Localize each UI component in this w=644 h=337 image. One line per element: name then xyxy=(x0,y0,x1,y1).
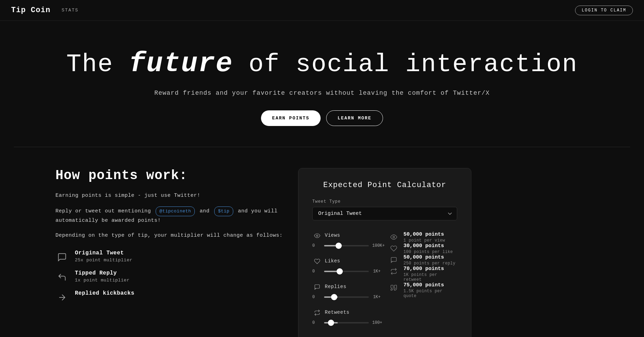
retweets-max: 100+ xyxy=(372,320,381,325)
arrow-right-icon xyxy=(55,291,69,304)
stat-row: 50,000 points 250 points per reply xyxy=(389,254,457,266)
calculator-title: Expected Point Calculator xyxy=(312,181,457,189)
views-max: 100K+ xyxy=(372,243,381,248)
sliders-panel: Views 0 100K+ xyxy=(312,230,381,333)
stat-points: 50,000 points xyxy=(403,231,445,237)
login-button[interactable]: LOGIN TO CLAIM xyxy=(575,6,633,15)
calc-results: 50,000 points 1 point per view 30,000 po… xyxy=(389,230,457,333)
likes-slider[interactable] xyxy=(324,271,369,272)
mention-tip: $tip xyxy=(214,207,233,216)
replies-slider-row: Replies 0 1K+ xyxy=(312,281,381,300)
stat-points: 70,000 points xyxy=(403,266,457,272)
navbar: Tip Coin STATS LOGIN TO CLAIM xyxy=(0,0,644,21)
item-sub: 1x point multiplier xyxy=(75,278,130,283)
stat-points: 75,000 points xyxy=(403,282,457,288)
stats-nav-link[interactable]: STATS xyxy=(62,8,79,13)
tweet-type-field: Tweet Type Original Tweet Tipped Reply R… xyxy=(312,199,457,230)
tweet-type-select[interactable]: Original Tweet Tipped Reply Replied kick… xyxy=(312,207,457,220)
eye-icon xyxy=(389,232,399,242)
stat-desc: 1.5K points per quote xyxy=(403,289,457,298)
mention-tipcoineth: @tipcoineth xyxy=(156,207,195,216)
eye-icon xyxy=(312,231,322,241)
retweet-icon xyxy=(312,308,322,318)
item-title: Original Tweet xyxy=(75,250,132,256)
retweet-icon xyxy=(389,267,399,276)
retweets-slider[interactable] xyxy=(324,322,369,323)
svg-rect-4 xyxy=(391,258,397,262)
stat-desc: 100 points per like xyxy=(403,250,453,254)
svg-rect-2 xyxy=(315,285,320,288)
how-title: How points work: xyxy=(55,168,284,183)
replies-max: 1K+ xyxy=(372,295,381,300)
likes-label: Likes xyxy=(325,258,340,264)
list-item: Original Tweet 25x point multiplier xyxy=(55,250,284,264)
reply-square-icon xyxy=(312,282,322,292)
views-min: 0 xyxy=(312,243,321,248)
replies-label: Replies xyxy=(325,284,346,289)
hero-subtitle: Reward friends and your favorite creator… xyxy=(7,90,637,96)
stat-desc: 1K points per retweet xyxy=(403,272,457,282)
retweets-label: Retweets xyxy=(325,310,349,315)
quote-icon xyxy=(389,283,399,293)
likes-max: 1K+ xyxy=(372,269,381,274)
earn-points-button[interactable]: EARN POINTS xyxy=(261,110,321,126)
views-slider[interactable] xyxy=(324,245,369,246)
hero-buttons: EARN POINTS LEARN MORE xyxy=(7,110,637,126)
learn-more-button[interactable]: LEARN MORE xyxy=(326,110,383,126)
likes-slider-row: Likes 0 1K+ xyxy=(312,256,381,274)
views-label: Views xyxy=(325,233,340,238)
hero-title: The future of social interaction xyxy=(7,49,637,79)
stat-row: 50,000 points 1 point per view xyxy=(389,231,457,243)
heart-icon xyxy=(389,244,399,253)
how-text3: Depending on the type of tip, your multi… xyxy=(55,231,284,240)
logo: Tip Coin xyxy=(11,6,51,15)
stat-desc: 250 points per reply xyxy=(403,261,455,266)
calculator-panel: Expected Point Calculator Tweet Type Ori… xyxy=(298,168,471,337)
main-section: How points work: Earning points is simpl… xyxy=(0,147,644,337)
how-text2: Reply or tweet out mentioning @tipcoinet… xyxy=(55,207,284,225)
replies-min: 0 xyxy=(312,295,321,300)
stat-points: 50,000 points xyxy=(403,254,455,260)
views-slider-row: Views 0 100K+ xyxy=(312,230,381,248)
retweets-min: 0 xyxy=(312,320,321,325)
svg-point-3 xyxy=(393,236,395,238)
reply-icon xyxy=(55,271,69,284)
stat-row: 75,000 points 1.5K points per quote xyxy=(389,282,457,298)
how-text1: Earning points is simple - just use Twit… xyxy=(55,191,284,200)
list-item: Replied kickbacks xyxy=(55,290,284,304)
stat-row: 30,000 points 100 points per like xyxy=(389,243,457,254)
how-points-section: How points work: Earning points is simpl… xyxy=(55,168,284,304)
item-sub: 25x point multiplier xyxy=(75,258,132,263)
item-title: Tipped Reply xyxy=(75,270,130,276)
chat-icon xyxy=(55,251,69,264)
stat-row: 70,000 points 1K points per retweet xyxy=(389,266,457,282)
hero-section: The future of social interaction Reward … xyxy=(0,21,644,147)
svg-point-1 xyxy=(316,235,318,237)
likes-min: 0 xyxy=(312,269,321,274)
calc-body: Views 0 100K+ xyxy=(312,230,457,333)
replies-slider[interactable] xyxy=(324,296,369,298)
reply-square-icon xyxy=(389,255,399,265)
tweet-type-label: Tweet Type xyxy=(312,199,457,204)
item-title: Replied kickbacks xyxy=(75,290,134,296)
stat-points: 30,000 points xyxy=(403,243,453,249)
how-items-list: Original Tweet 25x point multiplier Tipp… xyxy=(55,250,284,304)
stat-desc: 1 point per view xyxy=(403,238,445,243)
list-item: Tipped Reply 1x point multiplier xyxy=(55,270,284,284)
heart-icon xyxy=(312,256,322,266)
retweets-slider-row: Retweets 0 100+ xyxy=(312,307,381,325)
